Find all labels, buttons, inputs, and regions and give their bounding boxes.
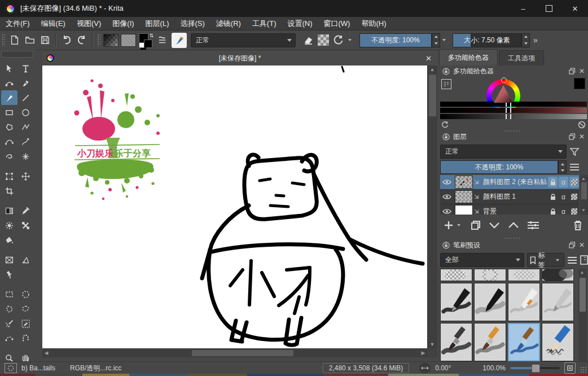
tool-fill[interactable] [1, 233, 17, 247]
tool-multibrush[interactable] [17, 149, 34, 164]
brush-preset[interactable] [542, 323, 574, 361]
layer-onion-icon[interactable]: ⇲ [474, 179, 482, 185]
saturation-bar[interactable] [440, 108, 587, 113]
toolbar-overflow-chevron[interactable]: » [533, 36, 538, 45]
layer-list-scrollbar[interactable]: ▲ ▼ [580, 175, 588, 215]
opacity-spinner[interactable] [432, 33, 440, 47]
layer-opacity-spinner[interactable] [558, 160, 567, 174]
current-brush-name[interactable]: b) Ba...tails [21, 364, 55, 372]
refresh-history-icon[interactable] [441, 121, 449, 129]
brush-preset[interactable] [542, 269, 574, 281]
inherit-alpha-badge[interactable] [569, 206, 579, 215]
opacity-dropdown-icon[interactable] [442, 39, 446, 41]
layer-options-icon[interactable] [569, 163, 580, 171]
canvas-rotation-dial[interactable] [419, 362, 431, 374]
zoom-slider-knob[interactable] [532, 364, 540, 373]
blending-mode-dropdown[interactable]: 正常 [191, 33, 296, 47]
tool-measure[interactable] [17, 252, 34, 267]
tool-color-sampler[interactable] [17, 203, 34, 218]
brush-scratchpad-icon[interactable] [580, 255, 588, 265]
save-button[interactable] [37, 33, 52, 48]
clear-history-icon[interactable] [578, 121, 586, 129]
window-resize-grip[interactable] [580, 366, 587, 373]
layer-onion-icon[interactable]: ⇲ [474, 194, 482, 200]
tool-assistants[interactable] [1, 267, 17, 282]
menu-item-10[interactable]: 帮助(H) [356, 17, 392, 30]
layer-lock-icon[interactable] [550, 208, 556, 215]
alpha-lock-badge[interactable]: α [559, 206, 568, 215]
tool-contiguous-select[interactable] [1, 316, 17, 331]
lock-icon[interactable] [442, 133, 450, 141]
color-profile-label[interactable]: RGB/透明...rc.icc [70, 364, 121, 373]
brush-size-slider[interactable]: 大小: 7.50 像素 [453, 33, 521, 47]
visibility-eye-icon[interactable] [442, 179, 451, 185]
menu-item-1[interactable]: 编辑(E) [36, 17, 71, 30]
brush-preset[interactable] [474, 283, 506, 321]
minimize-button[interactable]: – [510, 0, 536, 17]
brush-grid-scrollbar[interactable]: ▲ ▼ [578, 269, 587, 376]
tool-ellipse[interactable] [17, 105, 34, 120]
menu-item-5[interactable]: 选择(S) [174, 17, 210, 30]
tool-text[interactable] [17, 61, 34, 76]
lock-icon[interactable] [442, 68, 450, 75]
lock-icon[interactable] [442, 242, 450, 249]
tool-rectangle[interactable] [1, 105, 17, 120]
pattern-swatch[interactable] [121, 34, 136, 47]
inherit-alpha-badge[interactable] [569, 191, 579, 202]
add-layer-button[interactable] [444, 220, 463, 230]
tool-edit-shapes[interactable] [1, 76, 17, 90]
reload-preset-button[interactable] [331, 33, 346, 48]
tool-gradient[interactable] [1, 203, 17, 218]
float-docker-icon[interactable] [569, 68, 576, 75]
tool-similar-select[interactable] [17, 316, 34, 331]
tool-colorize-mask[interactable] [1, 218, 17, 233]
move-layer-down-button[interactable] [489, 221, 500, 229]
tool-rect-select[interactable] [1, 287, 17, 301]
undo-button[interactable] [59, 33, 74, 48]
tool-line[interactable] [17, 90, 34, 105]
tool-crop[interactable] [1, 183, 17, 198]
delete-layer-button[interactable] [573, 220, 582, 230]
menu-item-0[interactable]: 文件(F) [0, 17, 36, 30]
move-layer-up-button[interactable] [508, 221, 519, 229]
tool-dynamic-brush[interactable] [1, 149, 17, 164]
brush-preset[interactable] [440, 269, 472, 281]
layer-thumbnail[interactable] [455, 176, 473, 189]
reload-dropdown-icon[interactable] [348, 39, 352, 41]
brush-preset[interactable] [542, 283, 574, 321]
color-settings-icon[interactable] [441, 79, 451, 89]
duplicate-layer-button[interactable] [471, 220, 481, 230]
tool-polyline[interactable] [17, 120, 34, 134]
layer-row-0[interactable]: ⇲颜料图层 2 (来自粘贴)α [440, 175, 579, 190]
zoom-reset-button[interactable] [564, 362, 576, 374]
tool-bezier-select[interactable] [1, 331, 17, 346]
foreground-background-colors[interactable]: ⇅ [138, 33, 153, 48]
maximize-button[interactable] [536, 0, 562, 17]
value-bar[interactable] [440, 114, 587, 119]
toolbox-handle[interactable] [1, 51, 33, 58]
brush-preset[interactable] [508, 323, 540, 361]
vscroll-thumb[interactable] [429, 75, 436, 116]
scroll-down-icon[interactable]: ▼ [580, 207, 587, 215]
display-mode-icon[interactable] [567, 256, 577, 264]
inherit-alpha-badge[interactable] [569, 177, 579, 187]
background-color[interactable] [144, 40, 152, 48]
tool-calligraphy[interactable] [17, 76, 34, 90]
scroll-left-icon[interactable]: ◀ [42, 349, 50, 357]
close-docker-icon[interactable]: ✕ [579, 67, 585, 75]
scroll-up-icon[interactable]: ▲ [580, 175, 587, 183]
canvas-vertical-scrollbar[interactable]: ▲ ▼ [427, 65, 437, 348]
new-document-button[interactable] [7, 33, 22, 48]
layer-row-2[interactable]: ⇲背景α [440, 204, 579, 215]
menu-item-6[interactable]: 滤镜(R) [210, 17, 247, 30]
menu-item-8[interactable]: 设置(N) [282, 17, 318, 30]
opacity-slider[interactable]: 不透明度: 100% [359, 33, 432, 47]
eraser-mode-button[interactable] [300, 33, 315, 48]
swap-colors-icon[interactable]: ⇅ [149, 33, 153, 38]
zoom-slider[interactable] [510, 367, 560, 369]
layer-thumbnail[interactable] [455, 190, 473, 203]
redo-button[interactable] [74, 33, 89, 48]
hscroll-thumb[interactable] [192, 350, 293, 356]
menu-item-4[interactable]: 图层(L) [140, 17, 175, 30]
menu-item-7[interactable]: 工具(T) [247, 17, 282, 30]
